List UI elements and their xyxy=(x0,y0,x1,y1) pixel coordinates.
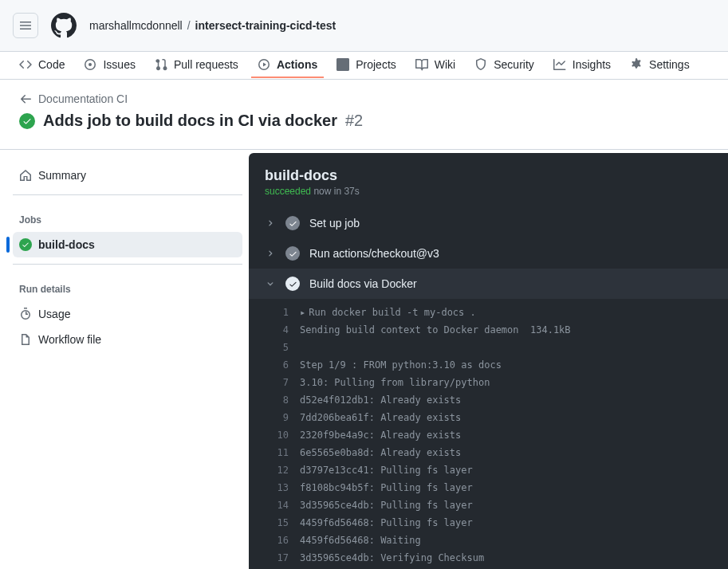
book-icon xyxy=(415,58,428,71)
main-content: Summary Jobs build-docs Run details Usag… xyxy=(0,150,728,569)
log-line-text: d3797e13cc41: Pulling fs layer xyxy=(300,462,473,478)
log-line-number: 8 xyxy=(249,392,289,408)
log-line-number: 13 xyxy=(249,480,289,496)
tab-actions-label: Actions xyxy=(277,58,317,71)
log-line-text: 3d35965ce4db: Verifying Checksum xyxy=(300,550,484,566)
sidebar-job-build-docs[interactable]: build-docs xyxy=(13,232,242,257)
log-line-number: 1 xyxy=(249,304,289,320)
projects-icon xyxy=(336,58,349,71)
log-line: 116e5565e0ba8d: Already exists xyxy=(249,444,728,461)
sidebar-details-heading: Run details xyxy=(13,271,242,301)
repo-nav: Code Issues Pull requests Actions Projec… xyxy=(0,52,728,80)
tab-actions[interactable]: Actions xyxy=(251,52,324,79)
check-circle-icon xyxy=(285,277,300,291)
step-row[interactable]: Build docs via Docker xyxy=(249,269,728,299)
log-line-text: d52e4f012db1: Already exists xyxy=(300,392,461,408)
log-line: 97dd206bea61f: Already exists xyxy=(249,409,728,426)
sidebar-summary-label: Summary xyxy=(38,169,86,182)
log-line: 12d3797e13cc41: Pulling fs layer xyxy=(249,461,728,479)
sidebar-usage[interactable]: Usage xyxy=(13,301,242,327)
job-name: build-docs xyxy=(265,167,712,184)
tab-issues-label: Issues xyxy=(103,58,135,71)
sidebar-summary[interactable]: Summary xyxy=(13,163,242,188)
log-line-number: 17 xyxy=(249,550,289,566)
log-line-text: Step 1/9 : FROM python:3.10 as docs xyxy=(300,357,502,373)
tab-projects[interactable]: Projects xyxy=(330,52,403,79)
workflow-back-link[interactable]: Documentation CI xyxy=(19,92,709,105)
log-line-text: 2320f9be4a9c: Already exists xyxy=(300,427,461,443)
log-line-number: 11 xyxy=(249,445,289,461)
log-line-number: 6 xyxy=(249,357,289,373)
log-line: 8d52e4f012db1: Already exists xyxy=(249,391,728,409)
log-line: 143d35965ce4db: Pulling fs layer xyxy=(249,496,728,514)
code-icon xyxy=(19,58,32,71)
log-line-number: 16 xyxy=(249,532,289,548)
shield-icon xyxy=(474,58,487,71)
breadcrumb-repo[interactable]: intersect-training-cicd-test xyxy=(195,19,336,32)
run-sidebar: Summary Jobs build-docs Run details Usag… xyxy=(0,150,249,569)
repo-breadcrumb: marshallmcdonnell / intersect-training-c… xyxy=(89,19,336,32)
log-line: 5 xyxy=(249,339,728,356)
issues-icon xyxy=(84,58,96,71)
divider xyxy=(13,264,242,265)
breadcrumb-owner[interactable]: marshallmcdonnell xyxy=(89,19,183,32)
tab-settings-label: Settings xyxy=(649,58,690,71)
tab-wiki-label: Wiki xyxy=(435,58,455,71)
log-line-text: 3d35965ce4db: Pulling fs layer xyxy=(300,497,473,513)
hamburger-icon xyxy=(19,19,32,32)
divider xyxy=(13,194,242,195)
tab-wiki[interactable]: Wiki xyxy=(409,52,462,79)
tab-issues[interactable]: Issues xyxy=(77,52,141,79)
log-line-number: 10 xyxy=(249,427,289,443)
tab-pulls[interactable]: Pull requests xyxy=(148,52,245,79)
log-line: 13f8108bc94b5f: Pulling fs layer xyxy=(249,479,728,496)
run-status-success-icon xyxy=(19,113,35,129)
log-line-number: 9 xyxy=(249,410,289,426)
log-line-text: ▸Run docker build -t my-docs . xyxy=(300,304,476,320)
step-row[interactable]: Set up job xyxy=(249,208,728,238)
log-line: 154459f6d56468: Pulling fs layer xyxy=(249,514,728,532)
breadcrumb-separator: / xyxy=(187,19,191,32)
log-line-text: 3.10: Pulling from library/python xyxy=(300,375,490,390)
menu-button[interactable] xyxy=(13,13,38,38)
job-panel: build-docs succeeded now in 37s Set up j… xyxy=(249,153,728,569)
log-line: 102320f9be4a9c: Already exists xyxy=(249,426,728,444)
log-line-text: 4459f6d56468: Waiting xyxy=(300,532,421,548)
log-line-text: f8108bc94b5f: Pulling fs layer xyxy=(300,480,473,496)
svg-point-0 xyxy=(89,63,92,66)
pull-request-icon xyxy=(155,58,167,71)
log-output[interactable]: 1▸Run docker build -t my-docs .4Sending … xyxy=(249,299,728,569)
job-header: build-docs succeeded now in 37s xyxy=(249,153,728,208)
chevron-right-icon xyxy=(265,218,276,229)
sidebar-usage-label: Usage xyxy=(38,308,70,320)
sidebar-workflow-file[interactable]: Workflow file xyxy=(13,327,242,352)
check-circle-icon xyxy=(285,246,300,261)
chevron-down-icon xyxy=(265,278,276,289)
sidebar-workflow-file-label: Workflow file xyxy=(38,333,101,346)
log-line: 6Step 1/9 : FROM python:3.10 as docs xyxy=(249,356,728,374)
step-row[interactable]: Run actions/checkout@v3 xyxy=(249,238,728,269)
tab-security[interactable]: Security xyxy=(468,52,541,79)
log-line-number: 14 xyxy=(249,497,289,513)
check-circle-icon xyxy=(19,238,32,251)
tab-code[interactable]: Code xyxy=(13,52,71,79)
log-line-number: 15 xyxy=(249,515,289,531)
home-icon xyxy=(19,169,32,182)
tab-pulls-label: Pull requests xyxy=(174,58,238,71)
run-title: Adds job to build docs in CI via docker xyxy=(43,112,337,130)
github-logo-icon[interactable] xyxy=(51,13,77,38)
file-icon xyxy=(19,333,32,346)
tab-code-label: Code xyxy=(38,58,65,71)
tab-insights-label: Insights xyxy=(573,58,611,71)
tab-insights[interactable]: Insights xyxy=(547,52,617,79)
tab-projects-label: Projects xyxy=(356,58,396,71)
tab-settings[interactable]: Settings xyxy=(624,52,696,79)
workflow-header: Documentation CI Adds job to build docs … xyxy=(0,80,728,150)
log-line-text: 7dd206bea61f: Already exists xyxy=(300,410,461,426)
gear-icon xyxy=(630,58,643,71)
workflow-back-label: Documentation CI xyxy=(38,92,128,105)
actions-icon xyxy=(258,58,270,71)
log-line: 73.10: Pulling from library/python xyxy=(249,374,728,391)
log-line-text: 4459f6d56468: Pulling fs layer xyxy=(300,515,473,531)
chevron-right-icon xyxy=(265,248,276,259)
